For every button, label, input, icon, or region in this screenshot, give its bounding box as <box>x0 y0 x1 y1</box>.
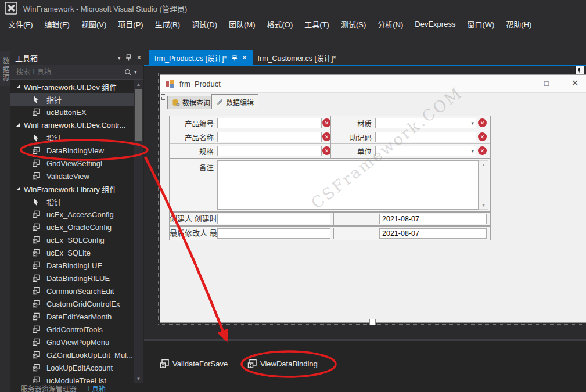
toolbox-item[interactable]: ucEx_SQLite <box>10 246 134 259</box>
mnemonic-label: 助记码 <box>332 130 372 144</box>
form-resize-handle[interactable] <box>369 319 376 325</box>
data-sources-vertical-tab[interactable]: 数据源 <box>0 51 10 86</box>
create-time-input[interactable]: 2021-08-07 <box>379 214 487 224</box>
menu-devexpress[interactable]: DevExpress <box>409 17 461 31</box>
last-modifier-input[interactable] <box>217 228 330 239</box>
close-tab-icon[interactable]: ✕ <box>242 54 247 62</box>
menu-window[interactable]: 窗口(W) <box>461 16 500 32</box>
menu-analyze[interactable]: 分析(N) <box>372 16 409 32</box>
material-combo[interactable]: ▾ <box>375 118 476 128</box>
menu-edit[interactable]: 编辑(E) <box>39 16 76 32</box>
form-title-bar[interactable]: frm_Product – □ ✕ <box>160 75 586 93</box>
toolbox-close-icon[interactable]: ✕ <box>136 54 142 62</box>
toolbox-item-databindingview[interactable]: DataBindingView <box>10 144 134 157</box>
toolbox-search-input[interactable] <box>15 67 116 77</box>
menu-test[interactable]: 测试(S) <box>335 16 372 32</box>
toolbox-window-menu-icon[interactable]: ▾ <box>118 55 121 61</box>
memo-scrollbar[interactable]: ▲ ▼ <box>479 160 488 210</box>
pencil-icon <box>216 98 224 106</box>
search-options-dropdown[interactable]: ▾ <box>134 69 137 75</box>
combo-arrow-icon[interactable]: ▾ <box>471 148 474 154</box>
toolbox-item[interactable]: DateEditYearMonth <box>10 310 134 323</box>
toolbox-group[interactable]: WinFramework.UI.Dev.Contr... <box>10 118 134 131</box>
pin-icon[interactable] <box>232 55 238 61</box>
menu-file[interactable]: 文件(F) <box>2 16 39 32</box>
spec-input[interactable] <box>217 146 322 156</box>
toolbox-item[interactable]: ucEx_SQLConfig <box>10 233 134 246</box>
row-divider <box>333 213 334 225</box>
component-icon <box>32 159 41 167</box>
tab-frm-product[interactable]: frm_Product.cs [设计]* ✕ <box>149 50 253 65</box>
search-icon[interactable] <box>124 69 132 76</box>
form-close-button[interactable]: ✕ <box>565 75 585 91</box>
unit-label: 单位 <box>332 144 372 158</box>
toolbox-item[interactable]: GridControlTools <box>10 323 134 336</box>
toolbox-item[interactable]: GridViewSettingl <box>10 157 134 170</box>
vs-window: WinFramework - Microsoft Visual Studio (… <box>0 0 586 392</box>
form-minimize-button[interactable]: – <box>508 75 527 91</box>
remarks-textarea[interactable] <box>217 160 479 210</box>
form-maximize-button[interactable]: □ <box>537 75 556 91</box>
component-icon <box>32 261 41 269</box>
toolbox-item[interactable]: ucEx_AccessConfig <box>10 208 134 221</box>
tray-item-validateforsave[interactable]: ValidateForSave <box>160 357 228 371</box>
toolbox-item-pointer[interactable]: 指针 <box>10 131 134 144</box>
component-icon <box>32 210 41 218</box>
component-icon <box>32 338 41 346</box>
toolbox-bottom-tab[interactable]: 工具箱 <box>85 383 106 392</box>
menu-help[interactable]: 帮助(H) <box>500 16 537 32</box>
scrollbar-thumb[interactable] <box>135 89 142 141</box>
error-icon: ✕ <box>478 146 487 155</box>
menu-debug[interactable]: 调试(D) <box>186 16 223 32</box>
product-name-input[interactable] <box>217 132 322 142</box>
unit-combo[interactable]: ▾ <box>375 146 476 156</box>
toolbox-item[interactable]: DataBindingRILUE <box>10 272 134 285</box>
toolbox-item[interactable]: ucButtonEX <box>10 106 134 118</box>
toolbox-item-pointer[interactable]: 指针 <box>10 93 134 106</box>
menu-format[interactable]: 格式(O) <box>261 16 299 32</box>
toolbox-item[interactable]: CustomGridControlEx <box>10 297 134 310</box>
component-icon <box>32 312 41 321</box>
menu-team[interactable]: 团队(M) <box>223 16 261 32</box>
standard-toolbar: ← ▾ → ▾ ↶ ▾ ↷ ▾ Debug▾ Any CPU▾ <box>0 31 586 51</box>
toolbox-header[interactable]: 工具箱 ▾ ✕ <box>10 50 144 65</box>
scroll-down-icon[interactable]: ▼ <box>134 375 143 383</box>
menu-build[interactable]: 生成(B) <box>149 16 186 32</box>
toolbox-group[interactable]: WinFramework.UI.Dev 组件 <box>10 80 134 93</box>
designer-smart-tag-icon[interactable] <box>575 66 584 75</box>
error-icon: ✕ <box>322 132 331 141</box>
remarks-label: 备注 <box>174 161 214 172</box>
toolbox-item[interactable]: ucEx_OracleConfig <box>10 221 134 233</box>
tab-data-query[interactable]: 数据查询 <box>167 96 215 109</box>
error-icon: ✕ <box>478 132 487 141</box>
scroll-up-icon[interactable]: ▲ <box>134 80 143 89</box>
server-explorer-tab[interactable]: 服务器资源管理器 <box>21 383 77 392</box>
toolbox-item[interactable]: GridViewPopMenu <box>10 336 134 348</box>
combo-arrow-icon[interactable]: ▾ <box>471 120 474 126</box>
product-no-label: 产品编号 <box>174 116 214 130</box>
toolbox-item[interactable]: CommonSearchEdit <box>10 285 134 297</box>
toolbox-item[interactable]: LookUpEditAccount <box>10 361 134 374</box>
toolbox-item[interactable]: ValidateView <box>10 170 134 182</box>
toolbox-item[interactable]: ucModuleTreeList <box>10 374 134 383</box>
toolbox-item[interactable]: GZGridLookUpEdit_Mul... <box>10 348 134 361</box>
scroll-up-icon[interactable]: ▲ <box>479 161 488 168</box>
menu-project[interactable]: 项目(P) <box>112 16 149 32</box>
mnemonic-input[interactable] <box>375 132 476 142</box>
menu-tools[interactable]: 工具(T) <box>299 16 335 32</box>
component-icon <box>32 364 41 372</box>
toolbox-scrollbar[interactable]: ▲ ▼ <box>134 80 143 383</box>
toolbox-group[interactable]: WinFramework.Library 组件 <box>10 182 134 195</box>
menu-view[interactable]: 视图(V) <box>76 16 112 32</box>
product-no-input[interactable] <box>217 118 322 128</box>
toolbox-item[interactable]: DataBindingLUE <box>10 259 134 272</box>
toolbox-item-pointer[interactable]: 指针 <box>10 195 134 208</box>
tab-data-edit[interactable]: 数据编辑 <box>211 94 258 109</box>
last-modified-time-input[interactable]: 2021-08-07 <box>379 228 487 239</box>
pin-icon[interactable] <box>125 54 132 61</box>
tab-frm-customer[interactable]: frm_Customer.cs [设计]* <box>253 50 341 65</box>
creator-input[interactable] <box>217 214 330 224</box>
scroll-down-icon[interactable]: ▼ <box>479 202 488 209</box>
tabcontrol-grip[interactable] <box>161 94 167 100</box>
tray-item-viewdatabinding[interactable]: ViewDataBinding <box>247 357 318 371</box>
